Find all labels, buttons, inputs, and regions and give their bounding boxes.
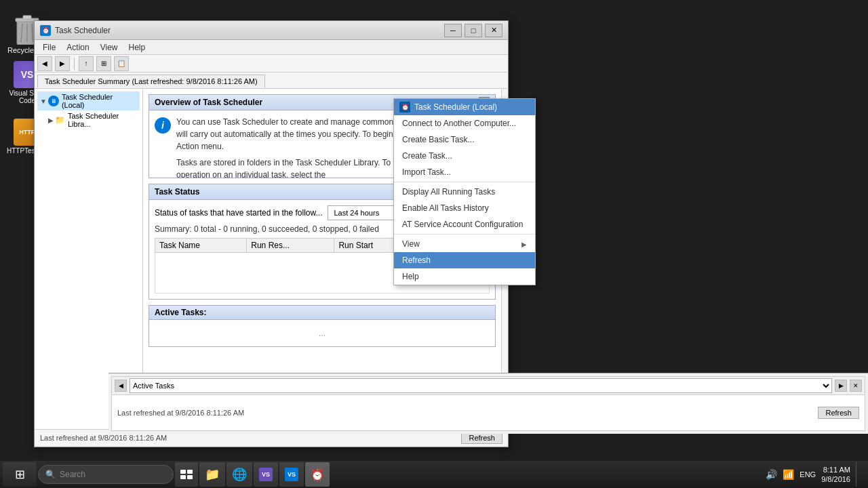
volume-icon[interactable]: 📶	[783, 469, 794, 480]
cm-header-label: Task Scheduler (Local)	[414, 102, 497, 112]
close-button[interactable]: ✕	[485, 24, 502, 37]
window-controls: ─ □ ✕	[444, 24, 502, 37]
task-view-button[interactable]	[175, 462, 198, 487]
start-button[interactable]: ⊞	[3, 462, 37, 487]
active-tasks-header: Active Tasks:	[149, 305, 496, 320]
cm-create-task[interactable]: Create Task...	[394, 148, 535, 164]
tree-item-local[interactable]: ▼ 🖥 Task Scheduler (Local)	[37, 92, 140, 110]
desktop: Recycle Bin VS Visual Stu... Code HTTP H…	[0, 0, 868, 461]
menu-view[interactable]: View	[95, 41, 123, 54]
properties-button[interactable]: 📋	[114, 56, 129, 71]
menu-action[interactable]: Action	[61, 41, 94, 54]
svg-rect-6	[180, 470, 186, 474]
task-status-title: Task Status	[155, 187, 199, 197]
cm-help[interactable]: Help	[394, 268, 535, 285]
edge-icon: 🌐	[232, 467, 247, 482]
maximize-button[interactable]: □	[465, 24, 482, 37]
tree-library-icon: 📁	[55, 115, 65, 125]
bottom-refresh-button[interactable]: Refresh	[818, 407, 859, 419]
back-button[interactable]: ◀	[37, 56, 52, 71]
show-hide-button[interactable]: ⊞	[96, 56, 111, 71]
taskbar-tray: 🔊 📶 ENG 8:11 AM 9/8/2016	[760, 462, 865, 487]
task-status-filter-label: Status of tasks that have started in the…	[155, 208, 322, 218]
taskbar: ⊞ 🔍 Search 📁 🌐 VS VS ⏰ 🔊 📶 ENG 8:11 AM 9…	[0, 461, 868, 488]
bottom-panel-close[interactable]: ✕	[850, 380, 862, 392]
svg-rect-2	[23, 16, 31, 19]
tray-date: 9/8/2016	[821, 474, 850, 484]
battery-icon: ENG	[800, 470, 816, 479]
active-tasks-hint: ...	[319, 329, 326, 338]
up-button[interactable]: ↑	[79, 56, 94, 71]
cm-display-running[interactable]: Display All Running Tasks	[394, 184, 535, 200]
tree-library-arrow: ▶	[48, 117, 54, 124]
col-task-name: Task Name	[155, 239, 247, 253]
file-explorer-taskbar[interactable]: 📁	[199, 462, 225, 487]
titlebar-icon: ⏰	[40, 25, 51, 36]
tree-local-label: Task Scheduler (Local)	[62, 93, 137, 109]
cm-enable-history[interactable]: Enable All Tasks History	[394, 200, 535, 216]
active-tasks-panel: Active Tasks: ...	[149, 305, 496, 347]
active-tasks-content: ...	[149, 320, 496, 347]
cm-separator1	[394, 182, 535, 182]
info-icon: i	[155, 117, 171, 134]
tray-time[interactable]: 8:11 AM 9/8/2016	[821, 465, 850, 485]
context-menu-header: ⏰ Task Scheduler (Local)	[394, 99, 535, 115]
bottom-panel-next[interactable]: ▶	[835, 380, 847, 392]
cm-refresh[interactable]: Refresh	[394, 252, 535, 268]
toolbar: ◀ ▶ ↑ ⊞ 📋	[35, 55, 508, 73]
vs-taskbar[interactable]: VS	[254, 462, 278, 487]
forward-button[interactable]: ▶	[55, 56, 70, 71]
task-scheduler-taskbar-icon: ⏰	[311, 468, 324, 481]
tree-local-icon: 🖥	[48, 96, 59, 106]
task-scheduler-taskbar[interactable]: ⏰	[305, 462, 330, 487]
cm-view[interactable]: View ▶	[394, 236, 535, 252]
cm-import[interactable]: Import Task...	[394, 164, 535, 180]
cm-separator2	[394, 234, 535, 235]
search-icon: 🔍	[45, 470, 56, 479]
bottom-panel-prev[interactable]: ◀	[115, 380, 127, 392]
menubar: File Action View Help	[35, 40, 508, 55]
edge-taskbar[interactable]: 🌐	[226, 462, 252, 487]
bottom-panel-dropdown[interactable]: Active Tasks	[130, 378, 832, 393]
vs2-taskbar-icon: VS	[285, 468, 298, 481]
titlebar: ⏰ Task Scheduler ─ □ ✕	[35, 21, 508, 40]
cm-connect[interactable]: Connect to Another Computer...	[394, 115, 535, 131]
cm-at-service[interactable]: AT Service Account Configuration	[394, 216, 535, 232]
taskbar-search[interactable]: 🔍 Search	[38, 465, 174, 484]
window-title: Task Scheduler	[55, 26, 444, 35]
cm-header-icon: ⏰	[399, 102, 410, 113]
tray-clock: 8:11 AM	[821, 465, 850, 474]
toolbar-separator	[74, 58, 75, 70]
bottom-panel-inner: ◀ Active Tasks ▶ ✕ Last refreshed at 9/8…	[111, 376, 865, 431]
bottom-panel-content: Last refreshed at 9/8/2016 8:11:26 AM Re…	[112, 395, 865, 430]
vs-taskbar-icon: VS	[259, 468, 273, 481]
bottom-panel-text: Last refreshed at 9/8/2016 8:11:26 AM	[117, 409, 244, 417]
menu-file[interactable]: File	[37, 41, 61, 54]
tree-item-library[interactable]: ▶ 📁 Task Scheduler Libra...	[37, 110, 140, 129]
bottom-panel-header: ◀ Active Tasks ▶ ✕	[112, 377, 865, 395]
tree-arrow: ▼	[40, 98, 47, 105]
bottom-panel: ◀ Active Tasks ▶ ✕ Last refreshed at 9/8…	[108, 373, 868, 434]
svg-rect-7	[187, 470, 193, 474]
menu-help[interactable]: Help	[123, 41, 151, 54]
minimize-button[interactable]: ─	[444, 24, 462, 37]
active-tasks-title: Active Tasks:	[155, 308, 206, 317]
network-icon[interactable]: 🔊	[766, 469, 777, 480]
cm-create-basic[interactable]: Create Basic Task...	[394, 131, 535, 148]
tree-library-label: Task Scheduler Libra...	[68, 112, 137, 128]
svg-rect-9	[187, 475, 193, 479]
file-explorer-icon: 📁	[205, 467, 220, 482]
cm-view-arrow: ▶	[521, 241, 527, 248]
col-run-result: Run Res...	[247, 239, 334, 253]
overview-title: Overview of Task Scheduler	[155, 98, 262, 107]
search-placeholder: Search	[60, 470, 85, 479]
vs2-taskbar[interactable]: VS	[279, 462, 304, 487]
context-menu: ⏰ Task Scheduler (Local) Connect to Anot…	[393, 98, 536, 285]
summary-tab[interactable]: Task Scheduler Summary (Last refreshed: …	[37, 75, 265, 88]
svg-rect-8	[180, 475, 186, 479]
show-desktop-button[interactable]	[856, 462, 860, 487]
statusbar-text: Last refreshed at 9/8/2016 8:11:26 AM	[40, 434, 167, 442]
